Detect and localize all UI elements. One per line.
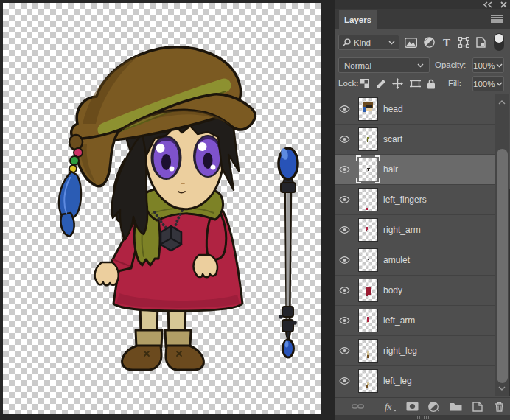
add-layer-mask-icon[interactable] — [406, 402, 419, 411]
layer-row[interactable]: right_arm — [335, 215, 495, 245]
scroll-down-icon[interactable] — [498, 386, 506, 391]
layer-thumbnail[interactable] — [359, 98, 377, 120]
svg-text:fx: fx — [385, 402, 392, 412]
layer-name: right_arm — [383, 225, 421, 235]
layer-row[interactable]: right_leg — [335, 336, 495, 366]
layer-name: amulet — [383, 255, 410, 265]
layer-name: left_leg — [383, 376, 412, 386]
fill-value: 100% — [473, 80, 495, 88]
layer-thumbnail[interactable] — [359, 219, 377, 241]
layer-effects-icon[interactable]: fx — [384, 402, 397, 412]
layer-thumbnail[interactable] — [359, 158, 377, 181]
smart-object-filter-icon[interactable] — [476, 37, 486, 48]
visibility-toggle[interactable] — [335, 155, 354, 184]
layer-row[interactable]: left_fingers — [335, 185, 495, 215]
eye-icon — [339, 166, 350, 173]
adjustment-layer-filter-icon[interactable] — [424, 37, 435, 48]
layers-panel: Layers Kind T Normal Opacity: 100% Lock:… — [335, 0, 510, 420]
collapse-panels-icon[interactable] — [483, 1, 493, 8]
svg-text:T: T — [443, 38, 450, 48]
new-group-icon[interactable] — [450, 402, 462, 411]
panel-menu-icon[interactable] — [491, 15, 503, 23]
lock-artboard-icon[interactable] — [410, 79, 421, 88]
close-panel-icon[interactable] — [500, 1, 507, 8]
visibility-toggle[interactable] — [335, 336, 354, 365]
eye-icon — [339, 377, 350, 385]
eye-icon — [339, 226, 350, 234]
lock-transparent-pixels-icon[interactable] — [360, 79, 369, 88]
eye-icon — [339, 317, 350, 324]
lock-all-icon[interactable] — [427, 79, 436, 89]
layer-thumbnail[interactable] — [359, 340, 377, 362]
staff-art — [279, 147, 298, 357]
layer-row[interactable]: scarf — [335, 125, 495, 155]
layer-list: head scarf hair left_fingers right_arm — [335, 94, 510, 396]
layer-name: left_arm — [383, 315, 415, 326]
opacity-value: 100% — [473, 61, 495, 70]
opacity-input[interactable]: 100% — [472, 57, 504, 73]
filter-toggle-knob — [495, 34, 503, 43]
layer-row[interactable]: amulet — [335, 245, 495, 276]
fill-input[interactable]: 100% — [472, 76, 504, 91]
lock-label: Lock: — [338, 79, 359, 88]
layer-list-scrollbar[interactable] — [495, 94, 509, 396]
filter-toggle[interactable] — [494, 33, 504, 51]
visibility-toggle[interactable] — [335, 185, 354, 214]
link-layers-icon[interactable] — [352, 403, 364, 410]
character-illustration — [3, 3, 321, 414]
delete-layer-icon[interactable] — [495, 402, 504, 412]
type-layer-filter-icon[interactable]: T — [441, 38, 452, 48]
chevron-down-icon — [388, 41, 395, 45]
eye-icon — [339, 105, 350, 113]
visibility-toggle[interactable] — [335, 215, 354, 245]
opacity-label: Opacity: — [435, 60, 466, 69]
layer-row[interactable]: hair — [335, 155, 495, 185]
scroll-up-icon[interactable] — [498, 100, 506, 105]
layer-thumbnail[interactable] — [359, 370, 377, 392]
panel-group-header — [335, 0, 510, 9]
blend-mode-dropdown[interactable]: Normal — [338, 57, 430, 73]
visibility-toggle[interactable] — [335, 366, 354, 396]
panel-resize-grip[interactable] — [335, 415, 510, 420]
eye-icon — [339, 196, 350, 203]
layer-name: head — [383, 104, 403, 114]
layer-row[interactable]: body — [335, 276, 495, 306]
layer-name: right_leg — [383, 346, 417, 356]
visibility-toggle[interactable] — [335, 276, 354, 305]
shape-layer-filter-icon[interactable] — [458, 37, 469, 48]
eye-icon — [339, 347, 350, 354]
layer-row[interactable]: left_arm — [335, 306, 495, 336]
layer-name: body — [383, 285, 402, 295]
layers-action-bar: fx — [335, 397, 510, 415]
visibility-toggle[interactable] — [335, 245, 354, 275]
layer-name: left_fingers — [383, 195, 427, 205]
new-adjustment-layer-icon[interactable] — [428, 402, 440, 412]
visibility-toggle[interactable] — [335, 94, 354, 124]
chevron-down-icon — [417, 63, 424, 68]
filter-kind-label: Kind — [354, 38, 371, 47]
visibility-toggle[interactable] — [335, 125, 354, 154]
scrollbar-thumb[interactable] — [497, 149, 508, 383]
filter-kind-dropdown[interactable]: Kind — [338, 35, 399, 50]
visibility-toggle[interactable] — [335, 306, 354, 335]
eye-icon — [339, 136, 350, 143]
layer-thumbnail[interactable] — [359, 279, 377, 301]
document-canvas[interactable] — [3, 3, 321, 414]
new-layer-icon[interactable] — [472, 402, 483, 412]
layer-thumbnail[interactable] — [359, 249, 377, 271]
panel-tabbar: Layers — [335, 9, 510, 29]
layer-thumbnail[interactable] — [359, 189, 377, 211]
pixel-layer-filter-icon[interactable] — [405, 38, 417, 48]
tab-layers[interactable]: Layers — [339, 10, 377, 29]
search-icon — [343, 38, 351, 46]
lock-image-pixels-icon[interactable] — [376, 79, 386, 89]
chevron-down-icon — [496, 82, 503, 86]
blend-mode-value: Normal — [344, 61, 371, 70]
layer-thumbnail[interactable] — [359, 128, 377, 150]
fill-label: Fill: — [448, 79, 461, 88]
lock-position-icon[interactable] — [392, 78, 403, 89]
layer-row[interactable]: left_leg — [335, 366, 495, 396]
eye-icon — [339, 287, 350, 294]
layer-thumbnail[interactable] — [359, 309, 377, 332]
layer-row[interactable]: head — [335, 94, 495, 125]
